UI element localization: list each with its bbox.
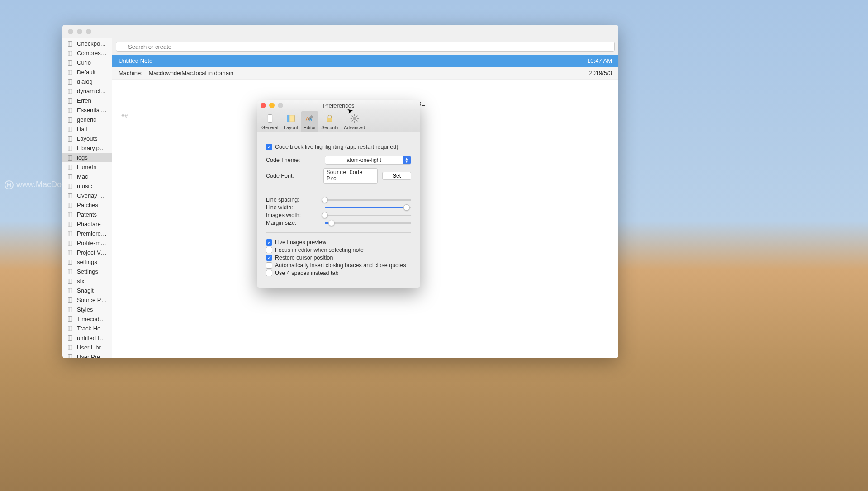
- sidebar-item[interactable]: Phadtare: [62, 219, 112, 229]
- sidebar-item[interactable]: Checkpoints: [62, 39, 112, 48]
- sidebar-item[interactable]: Hall: [62, 124, 112, 134]
- checkbox[interactable]: ✓: [266, 255, 272, 261]
- prefs-close-button[interactable]: [261, 103, 266, 108]
- notebook-icon: [67, 145, 73, 151]
- sidebar-item[interactable]: Default: [62, 67, 112, 77]
- svg-point-73: [270, 121, 270, 122]
- sidebar-item[interactable]: Project View...: [62, 248, 112, 257]
- sidebar-item[interactable]: Layouts: [62, 134, 112, 143]
- sidebar-item[interactable]: Patents: [62, 210, 112, 219]
- checkbox[interactable]: ✓: [266, 239, 272, 246]
- notebook-icon: [67, 183, 73, 189]
- notebook-icon: [67, 212, 73, 218]
- notebook-icon: [67, 240, 73, 246]
- slider[interactable]: [325, 215, 411, 216]
- sidebar-item-label: Compressed...: [77, 50, 107, 57]
- svg-rect-18: [68, 127, 72, 132]
- svg-rect-60: [68, 326, 72, 331]
- sidebar-item[interactable]: User Libraries: [62, 343, 112, 352]
- checkbox[interactable]: [266, 262, 272, 269]
- sidebar-item[interactable]: dynamiclink...: [62, 86, 112, 96]
- prefs-titlebar[interactable]: Preferences: [257, 100, 420, 110]
- slider[interactable]: [325, 199, 411, 201]
- slider[interactable]: [325, 207, 411, 208]
- slider-label: Line width:: [266, 204, 325, 211]
- close-button[interactable]: [68, 29, 73, 34]
- sidebar-item[interactable]: Profile-mac...: [62, 238, 112, 248]
- sidebar-item[interactable]: Mac: [62, 172, 112, 181]
- sidebar-item[interactable]: sfx: [62, 276, 112, 286]
- prefs-tab-general[interactable]: General: [259, 111, 281, 132]
- notebook-icon: [67, 354, 73, 359]
- sidebar-item[interactable]: logs: [62, 153, 112, 162]
- sidebar-item-label: Lumetri: [77, 164, 96, 170]
- slider-thumb[interactable]: [322, 212, 328, 218]
- checkbox[interactable]: [266, 270, 272, 276]
- sidebar-item[interactable]: Overlay Pres...: [62, 191, 112, 200]
- notebook-icon: [67, 164, 73, 170]
- sidebar-item[interactable]: settings: [62, 257, 112, 267]
- svg-rect-2: [68, 51, 72, 56]
- notebook-icon: [67, 41, 73, 47]
- sidebar-item[interactable]: Patches: [62, 200, 112, 210]
- prefs-tab-advanced[interactable]: Advanced: [341, 111, 368, 132]
- slider-thumb[interactable]: [322, 197, 328, 203]
- sidebar-item-label: music: [77, 183, 92, 189]
- prefs-tab-security[interactable]: Security: [318, 111, 341, 132]
- sidebar-item[interactable]: Settings: [62, 267, 112, 276]
- sidebar-item[interactable]: Timecode Pr...: [62, 314, 112, 324]
- svg-rect-28: [68, 174, 72, 179]
- sidebar-item[interactable]: Source Patc...: [62, 295, 112, 305]
- sidebar-item[interactable]: User Presets: [62, 352, 112, 358]
- checkbox[interactable]: [266, 247, 272, 253]
- slider-thumb[interactable]: [403, 204, 410, 211]
- maximize-button[interactable]: [86, 29, 91, 34]
- sidebar-item[interactable]: Snagit: [62, 286, 112, 295]
- notebook-icon: [67, 202, 73, 208]
- sidebar-item-label: Erren: [77, 97, 91, 104]
- notebook-icon: [67, 288, 73, 294]
- search-input[interactable]: [116, 42, 615, 52]
- sidebar-item[interactable]: Curio: [62, 58, 112, 67]
- sidebar-item[interactable]: dialog: [62, 77, 112, 86]
- minimize-button[interactable]: [77, 29, 82, 34]
- sidebar-item[interactable]: Compressed...: [62, 48, 112, 58]
- note-header[interactable]: Untitled Note 10:47 AM: [112, 55, 618, 67]
- code-highlight-checkbox[interactable]: ✓: [266, 144, 272, 150]
- prefs-minimize-button[interactable]: [269, 103, 275, 108]
- note-title: Untitled Note: [119, 57, 152, 64]
- notebook-icon: [67, 326, 73, 332]
- svg-rect-54: [68, 297, 72, 302]
- sidebar-item[interactable]: music: [62, 181, 112, 191]
- divider: [266, 190, 411, 190]
- svg-rect-42: [68, 241, 72, 246]
- sidebar-item-label: Default: [77, 69, 95, 76]
- svg-rect-40: [68, 231, 72, 236]
- sidebar-item-label: Premiere Pro: [77, 230, 107, 237]
- sidebar-item[interactable]: untitled folder: [62, 333, 112, 343]
- sidebar-item[interactable]: Lumetri: [62, 162, 112, 172]
- sidebar-item[interactable]: Premiere Pro: [62, 229, 112, 238]
- slider[interactable]: [325, 222, 411, 224]
- sidebar-item-label: Timecode Pr...: [77, 316, 107, 322]
- checkbox-label: Live images preview: [275, 239, 326, 246]
- svg-rect-32: [68, 193, 72, 198]
- sidebar-item[interactable]: Erren: [62, 96, 112, 105]
- sidebar-item-label: Checkpoints: [77, 40, 107, 47]
- sidebar[interactable]: CheckpointsCompressed...CurioDefaultdial…: [62, 38, 112, 358]
- sidebar-item[interactable]: Library.pape...: [62, 143, 112, 153]
- general-icon: [265, 113, 275, 124]
- sidebar-item[interactable]: generic: [62, 115, 112, 124]
- sidebar-item[interactable]: Styles: [62, 305, 112, 314]
- slider-thumb[interactable]: [328, 220, 335, 226]
- sidebar-item[interactable]: EssentialSo...: [62, 105, 112, 115]
- sidebar-item[interactable]: Track Heigh...: [62, 324, 112, 333]
- checkbox-label: Automatically insert closing braces and …: [275, 262, 406, 269]
- sidebar-item-label: settings: [77, 259, 97, 265]
- code-theme-select[interactable]: atom-one-light ▲▼: [325, 156, 411, 165]
- sidebar-item-label: Patents: [77, 211, 97, 218]
- prefs-tab-editor[interactable]: AaEditor: [301, 111, 318, 132]
- prefs-tab-layout[interactable]: Layout: [281, 111, 301, 132]
- notebook-icon: [67, 79, 73, 85]
- set-font-button[interactable]: Set: [382, 172, 411, 180]
